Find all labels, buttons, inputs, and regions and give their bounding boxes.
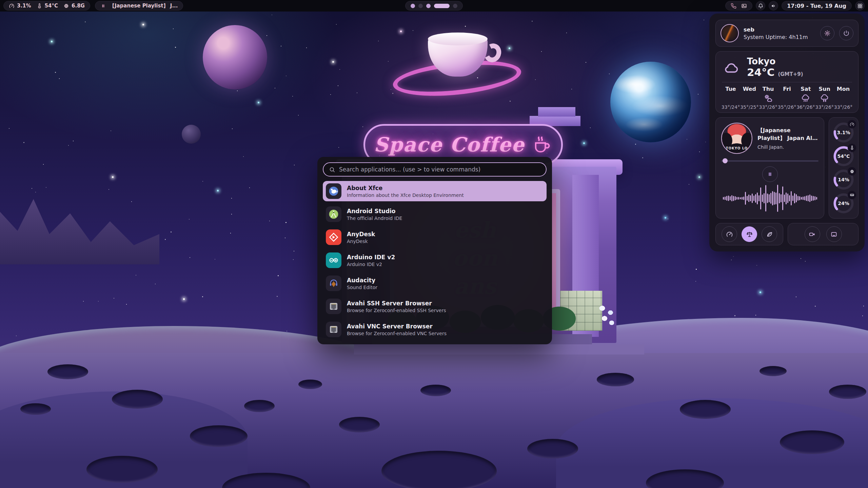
image-icon[interactable]: [741, 3, 747, 9]
visualizer-bar: [745, 192, 746, 205]
app-text: Avahi SSH Server BrowserBrowse for Zeroc…: [347, 300, 446, 313]
seek-bar[interactable]: [721, 158, 818, 163]
app-name: Avahi SSH Server Browser: [347, 300, 446, 307]
visualizer-bar: [726, 196, 727, 201]
app-row[interactable]: AudacitySound Editor: [323, 273, 547, 293]
visualizer-bar: [770, 193, 771, 204]
visualizer-bar: [743, 197, 744, 200]
visualizer-bar: [796, 194, 797, 202]
play-pause-button[interactable]: [762, 166, 778, 182]
forecast-day-label: Wed: [743, 86, 756, 92]
visualizer-bar: [777, 185, 778, 212]
forecast-day: Thu33°/26°: [760, 86, 777, 110]
visualizer-bar: [760, 187, 761, 209]
app-row[interactable]: About XfceInformation about the Xfce Des…: [323, 181, 547, 201]
visualizer-bar: [765, 185, 766, 211]
weather-city: Tokyo: [747, 57, 803, 66]
notifications-button[interactable]: [756, 1, 765, 11]
app-description: Arduino IDE v2: [347, 262, 395, 267]
app-row[interactable]: Avahi VNC Server BrowserBrowse for Zeroc…: [323, 319, 547, 340]
app-grid-icon: [857, 3, 863, 9]
workspace-dot-active[interactable]: [434, 4, 450, 8]
user-meta: seb System Uptime: 4h11m: [744, 26, 815, 40]
avahi-icon: [326, 322, 341, 337]
visualizer-bar: [816, 197, 817, 200]
xfce-icon: [326, 183, 341, 199]
visualizer-bar: [742, 197, 743, 200]
forecast-temps: 35°/25°: [740, 104, 758, 110]
phone-icon[interactable]: [731, 3, 736, 9]
app-name: Avahi VNC Server Browser: [347, 323, 447, 330]
system-stats-chip[interactable]: 3.1%54°C6.8G: [3, 1, 90, 11]
media-player-card: TOKYO LO 【Japanese Playlist】 Japan All N…: [715, 117, 824, 219]
seek-thumb[interactable]: [723, 158, 728, 163]
overview-button[interactable]: [855, 1, 865, 11]
screenshot-icon: [830, 231, 837, 238]
visualizer-bar: [808, 195, 809, 202]
visualizer-bar: [725, 197, 726, 200]
workspace-dot-empty[interactable]: [418, 4, 423, 8]
power-button[interactable]: [839, 26, 853, 40]
workspace-indicator: [405, 1, 463, 11]
user-name: seb: [744, 26, 815, 33]
forecast-day-label: Fri: [783, 86, 791, 92]
app-description: Browse for Zeroconf-enabled VNC Servers: [347, 331, 447, 336]
visualizer-bar: [740, 197, 741, 199]
weather-current: Tokyo 24°C (GMT+9): [722, 57, 852, 78]
visualizer-bar: [772, 191, 773, 205]
weather-card: Tokyo 24°C (GMT+9) Tue33°/24°Wed35°/25°T…: [715, 51, 859, 113]
app-row[interactable]: Avahi SSH Server BrowserBrowse for Zeroc…: [323, 296, 547, 317]
system-stat: 3.1%: [9, 3, 31, 9]
wallpaper-flowers: [595, 301, 619, 330]
neon-sign-text: Space Coffee: [374, 133, 525, 156]
top-bar-right: 17:09 - Tue, 19 Aug: [725, 1, 865, 11]
volume-button[interactable]: [769, 1, 778, 11]
system-gauges-card: 3.1%54°C14%24%: [829, 117, 859, 219]
album-art-label: TOKYO LO: [722, 146, 752, 150]
app-row[interactable]: Arduino IDE v2Arduino IDE v2: [323, 250, 547, 270]
visualizer-bar: [758, 195, 760, 202]
forecast-day-label: Tue: [725, 86, 736, 92]
desktop: eshoonans Space Coffee 3.1%54°C6.8G 【Jap…: [0, 0, 868, 488]
android-studio-icon: [326, 206, 341, 222]
app-text: AnyDeskAnyDesk: [347, 230, 375, 244]
avatar[interactable]: [721, 24, 739, 42]
power-profile-scales-button[interactable]: [742, 226, 757, 242]
forecast-day: Wed35°/25°: [741, 86, 758, 110]
top-bar: 3.1%54°C6.8G 【Japanese Playlist】 J... 17…: [0, 0, 868, 12]
speedometer-icon: [726, 231, 733, 238]
settings-button[interactable]: [820, 26, 834, 40]
tray-chip[interactable]: [725, 1, 752, 11]
audio-visualizer: [721, 183, 818, 213]
stat-value: 54°C: [45, 3, 58, 9]
system-stat: 54°C: [37, 3, 58, 9]
system-gauge: 24%: [832, 192, 855, 215]
power-profile-speedometer-button[interactable]: [722, 226, 737, 242]
thunderstorm-icon: [820, 94, 830, 103]
search-input[interactable]: [339, 166, 540, 173]
screenshot-button[interactable]: [826, 226, 842, 242]
visualizer-bar: [781, 194, 782, 202]
app-row[interactable]: Android StudioThe official Android IDE: [323, 204, 547, 224]
workspace-dot-occupied[interactable]: [426, 4, 431, 8]
clock-label: 17:09 - Tue, 19 Aug: [787, 3, 846, 9]
power-profile-leaf-button[interactable]: [762, 226, 777, 242]
search-bar[interactable]: [323, 162, 547, 177]
workspace-dot-empty[interactable]: [453, 4, 457, 8]
speedometer-icon: [9, 3, 15, 9]
cloudy-icon: [838, 94, 848, 103]
video-camera-button[interactable]: [805, 226, 820, 242]
now-playing-chip[interactable]: 【Japanese Playlist】 J...: [95, 1, 183, 11]
app-description: The official Android IDE: [347, 216, 402, 221]
visualizer-bar: [784, 195, 785, 202]
visualizer-bar: [764, 193, 765, 203]
app-description: Sound Editor: [347, 285, 377, 290]
visualizer-bar: [775, 192, 776, 204]
album-art[interactable]: TOKYO LO: [721, 123, 752, 154]
visualizer-bar: [738, 197, 739, 200]
app-row[interactable]: AnyDeskAnyDesk: [323, 227, 547, 247]
workspace-dot-occupied[interactable]: [411, 4, 415, 8]
clock[interactable]: 17:09 - Tue, 19 Aug: [782, 1, 852, 11]
visualizer-bar: [806, 196, 807, 201]
chip-icon: [63, 3, 69, 9]
